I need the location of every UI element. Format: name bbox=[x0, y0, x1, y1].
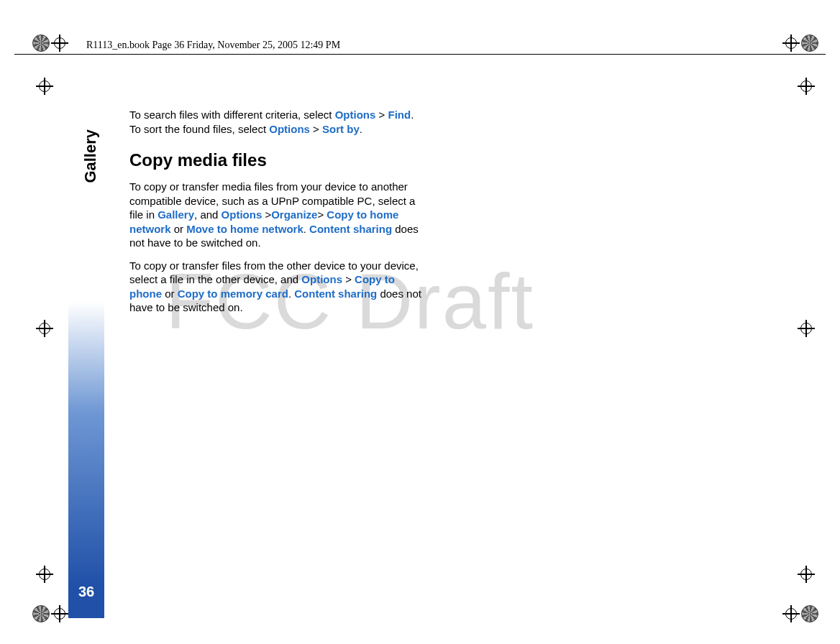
crop-left-bot bbox=[36, 566, 53, 583]
link-content-sharing: Content sharing bbox=[294, 288, 377, 300]
link-content-sharing: Content sharing bbox=[309, 223, 392, 235]
paragraph-copy-to-device: To copy or transfer files from the other… bbox=[129, 259, 424, 315]
link-options: Options bbox=[222, 208, 262, 221]
link-organize: Organize bbox=[271, 208, 317, 221]
link-move-home-network: Move to home network bbox=[186, 223, 303, 235]
main-content: To search files with different criteria,… bbox=[129, 108, 424, 323]
reg-mark-br bbox=[782, 605, 818, 622]
page-number-box: 36 bbox=[68, 302, 104, 618]
page-number: 36 bbox=[68, 584, 104, 600]
link-options: Options bbox=[301, 273, 342, 285]
link-options: Options bbox=[269, 123, 310, 135]
reg-mark-tr bbox=[782, 34, 818, 52]
sidebar-section-label: Gallery bbox=[81, 129, 100, 183]
reg-mark-tl bbox=[32, 34, 68, 52]
heading-copy-media: Copy media files bbox=[129, 149, 424, 171]
crop-left-mid bbox=[36, 320, 53, 337]
link-copy-to-memory-card: Copy to memory card bbox=[178, 288, 288, 300]
paragraph-copy-from-device: To copy or transfer media files from you… bbox=[129, 180, 424, 250]
crop-left-top bbox=[36, 78, 53, 95]
link-options: Options bbox=[335, 109, 376, 121]
crop-right-bot bbox=[798, 566, 815, 583]
link-gallery: Gallery bbox=[158, 208, 194, 221]
page-header-text: R1113_en.book Page 36 Friday, November 2… bbox=[86, 40, 340, 51]
link-find: Find bbox=[388, 109, 411, 121]
paragraph-search: To search files with different criteria,… bbox=[129, 108, 424, 136]
crop-right-mid bbox=[798, 320, 815, 337]
reg-mark-bl bbox=[32, 605, 68, 622]
link-sort-by: Sort by bbox=[322, 123, 360, 135]
header-divider bbox=[14, 54, 826, 55]
crop-right-top bbox=[798, 78, 815, 95]
